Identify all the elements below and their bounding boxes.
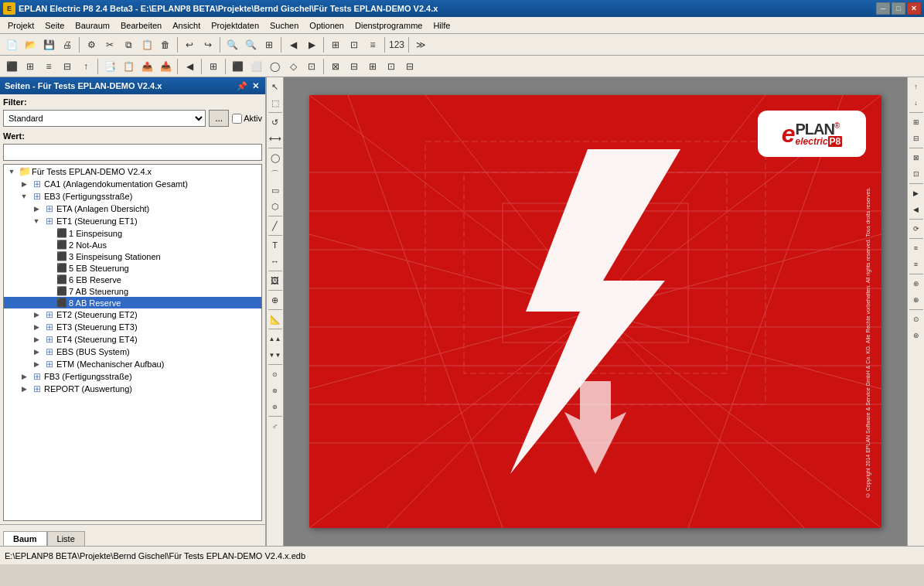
redo-btn[interactable]: ↪ bbox=[199, 36, 217, 53]
rv-btn11[interactable]: ≡ bbox=[909, 257, 924, 272]
tree-node-p2[interactable]: ⬛ 2 Not-Aus bbox=[4, 239, 261, 250]
panel-pin-btn[interactable]: 📌 bbox=[235, 81, 249, 91]
circle-tool[interactable]: ◯ bbox=[268, 150, 283, 165]
tree-node-eb3[interactable]: ▼ ⊞ EB3 (Fertigungsstraße) bbox=[4, 190, 261, 203]
maximize-button[interactable]: □ bbox=[892, 2, 905, 15]
t2-btn14[interactable]: ◯ bbox=[266, 58, 283, 75]
rv-btn15[interactable]: ⊚ bbox=[909, 328, 924, 343]
rv-btn4[interactable]: ⊟ bbox=[909, 131, 924, 146]
filter-select[interactable]: Standard bbox=[3, 110, 206, 127]
tree-node-et1[interactable]: ▼ ⊞ ET1 (Steuerung ET1) bbox=[4, 215, 261, 227]
menu-suchen[interactable]: Suchen bbox=[265, 19, 303, 32]
tab-baum[interactable]: Baum bbox=[3, 531, 47, 546]
panel-close-btn[interactable]: ✕ bbox=[251, 81, 261, 91]
rv-btn7[interactable]: ▶ bbox=[909, 186, 924, 201]
toggle-ebs[interactable]: ▶ bbox=[30, 348, 43, 356]
extra-tool1[interactable]: ⊙ bbox=[268, 366, 283, 382]
t2-btn18[interactable]: ⊟ bbox=[346, 58, 363, 75]
dimen-tool[interactable]: ↔ bbox=[268, 254, 283, 269]
rv-btn13[interactable]: ⊕ bbox=[909, 292, 924, 308]
close-button[interactable]: ✕ bbox=[907, 2, 921, 15]
pan-vert-dn[interactable]: ▼▼ bbox=[268, 347, 283, 363]
t2-btn15[interactable]: ◇ bbox=[285, 58, 302, 75]
nav-back-btn[interactable]: ◀ bbox=[285, 36, 302, 53]
rv-btn1[interactable]: ↑ bbox=[909, 79, 924, 94]
text-tool[interactable]: T bbox=[268, 237, 283, 253]
extra-tool2[interactable]: ⊛ bbox=[268, 383, 283, 398]
print-btn[interactable]: 🖨 bbox=[59, 36, 76, 53]
rv-btn10[interactable]: ≡ bbox=[909, 240, 924, 256]
menu-dienstprogramme[interactable]: Dienstprogramme bbox=[350, 19, 427, 32]
filter-dots-btn[interactable]: ... bbox=[209, 110, 229, 127]
toggle-eb3[interactable]: ▼ bbox=[18, 192, 30, 200]
tree-node-fb3[interactable]: ▶ ⊞ FB3 (Fertigungsstraße) bbox=[4, 370, 261, 383]
tree-node-et3[interactable]: ▶ ⊞ ET3 (Steuerung ET3) bbox=[4, 321, 261, 333]
t2-btn19[interactable]: ⊞ bbox=[364, 58, 381, 75]
tree-node-p3[interactable]: ⬛ 3 Einspeisung Stationen bbox=[4, 250, 261, 262]
save-btn[interactable]: 💾 bbox=[40, 36, 57, 53]
tree-node-et4[interactable]: ▶ ⊞ ET4 (Steuerung ET4) bbox=[4, 333, 261, 346]
rv-btn3[interactable]: ⊞ bbox=[909, 114, 924, 130]
snap-btn[interactable]: ⊡ bbox=[346, 36, 363, 53]
toggle-et3[interactable]: ▶ bbox=[30, 323, 43, 331]
rotate-tool[interactable]: ↺ bbox=[268, 114, 283, 130]
cursor-tool[interactable]: ↖ bbox=[268, 79, 283, 94]
menu-seite[interactable]: Seite bbox=[40, 19, 69, 32]
rv-btn8[interactable]: ◀ bbox=[909, 202, 924, 217]
pan-vert-up[interactable]: ▲▲ bbox=[268, 331, 283, 346]
rv-btn9[interactable]: ⟳ bbox=[909, 221, 924, 237]
tree-node-ebs[interactable]: ▶ ⊞ EBS (BUS System) bbox=[4, 346, 261, 358]
toggle-eta[interactable]: ▶ bbox=[30, 205, 43, 213]
tree-node-ca1[interactable]: ▶ ⊞ CA1 (Anlagendokumentation Gesamt) bbox=[4, 178, 261, 190]
zoom-in-btn[interactable]: 🔍 bbox=[223, 36, 240, 53]
toggle-report[interactable]: ▶ bbox=[18, 385, 30, 393]
menu-bearbeiten[interactable]: Bearbeiten bbox=[116, 19, 166, 32]
layer-btn[interactable]: ≡ bbox=[364, 36, 381, 53]
mirror-tool[interactable]: ⟷ bbox=[268, 131, 283, 146]
titlebar-buttons[interactable]: ─ □ ✕ bbox=[876, 2, 921, 15]
grid-btn[interactable]: ⊞ bbox=[327, 36, 344, 53]
toggle-et1[interactable]: ▼ bbox=[30, 217, 43, 225]
t2-btn1[interactable]: ⬛ bbox=[3, 58, 20, 75]
open-btn[interactable]: 📂 bbox=[22, 36, 39, 53]
zoom-fit-btn[interactable]: ⊞ bbox=[261, 36, 278, 53]
menu-projektdaten[interactable]: Projektdaten bbox=[206, 19, 264, 32]
tree-node-root[interactable]: ▼ 📁 Für Tests EPLAN-DEMO V2.4.x bbox=[4, 165, 261, 178]
paste-btn[interactable]: 📋 bbox=[138, 36, 155, 53]
toggle-etm[interactable]: ▶ bbox=[30, 360, 43, 368]
t2-btn4[interactable]: ⊟ bbox=[59, 58, 76, 75]
t2-btn8[interactable]: 📤 bbox=[138, 58, 155, 75]
poly-tool[interactable]: ⬡ bbox=[268, 199, 283, 214]
rv-btn2[interactable]: ↓ bbox=[909, 95, 924, 111]
toggle-root[interactable]: ▼ bbox=[5, 168, 18, 175]
t2-btn9[interactable]: 📥 bbox=[157, 58, 174, 75]
gender-sym[interactable]: ♂ bbox=[268, 418, 283, 434]
tree-node-p7[interactable]: ⬛ 7 AB Steuerung bbox=[4, 285, 261, 297]
image-tool[interactable]: 🖼 bbox=[268, 273, 283, 288]
toggle-fb3[interactable]: ▶ bbox=[18, 373, 30, 380]
more-btn[interactable]: ≫ bbox=[412, 36, 429, 53]
menu-bauraum[interactable]: Bauraum bbox=[70, 19, 114, 32]
undo-btn[interactable]: ↩ bbox=[181, 36, 198, 53]
rv-btn14[interactable]: ⊙ bbox=[909, 312, 924, 327]
measure-tool[interactable]: 📐 bbox=[268, 312, 283, 327]
tree-node-p6[interactable]: ⬛ 6 EB Reserve bbox=[4, 274, 261, 285]
tree-node-eta[interactable]: ▶ ⊞ ETA (Anlagen Übersicht) bbox=[4, 203, 261, 215]
zoom-out-btn[interactable]: 🔍 bbox=[242, 36, 259, 53]
arc-tool[interactable]: ⌒ bbox=[268, 166, 283, 182]
toggle-ca1[interactable]: ▶ bbox=[18, 180, 30, 188]
cut-btn[interactable]: ✂ bbox=[101, 36, 118, 53]
zoom-window-tool[interactable]: ⊕ bbox=[268, 292, 283, 308]
t2-btn13[interactable]: ⬜ bbox=[247, 58, 264, 75]
new-btn[interactable]: 📄 bbox=[3, 36, 20, 53]
tree-node-p5[interactable]: ⬛ 5 EB Steuerung bbox=[4, 262, 261, 274]
rv-btn12[interactable]: ⊛ bbox=[909, 276, 924, 291]
tree-node-p8[interactable]: ⬛ 8 AB Reserve bbox=[4, 297, 261, 308]
t2-btn21[interactable]: ⊟ bbox=[401, 58, 418, 75]
t2-btn11[interactable]: ⊞ bbox=[205, 58, 222, 75]
nav-fwd-btn[interactable]: ▶ bbox=[303, 36, 320, 53]
t2-btn7[interactable]: 📋 bbox=[120, 58, 137, 75]
rect-tool[interactable]: ▭ bbox=[268, 182, 283, 198]
t2-btn3[interactable]: ≡ bbox=[40, 58, 57, 75]
t2-btn20[interactable]: ⊡ bbox=[383, 58, 400, 75]
